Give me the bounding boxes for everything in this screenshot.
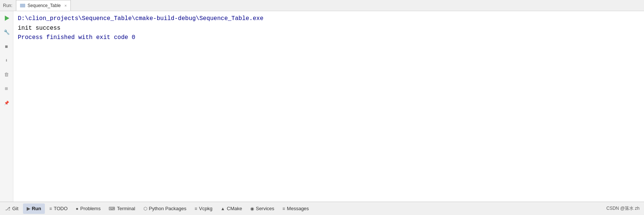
- trash-icon: [4, 72, 9, 78]
- bottom-tab-cmake-label: CMake: [227, 206, 242, 211]
- wrench-button[interactable]: [3, 28, 11, 36]
- tab-bar: Run: Sequence_Table ×: [0, 0, 644, 11]
- play-icon: [5, 16, 9, 21]
- wrench-icon: [4, 29, 10, 35]
- tab-title: Sequence_Table: [27, 3, 60, 8]
- bottom-tab-todo-label: TODO: [54, 206, 67, 211]
- bottom-tab-python-packages-label: Python Packages: [149, 206, 186, 211]
- trash-button[interactable]: [3, 71, 11, 79]
- bottom-tab-run[interactable]: ▶ Run: [23, 203, 45, 214]
- run-label: Run:: [3, 3, 12, 8]
- bottom-tab-todo[interactable]: ≡ TODO: [46, 203, 71, 214]
- run-icon: ▶: [27, 206, 30, 211]
- bottom-tab-terminal-label: Terminal: [117, 206, 135, 211]
- pin-button[interactable]: [3, 99, 11, 107]
- bottom-tab-messages[interactable]: ≡ Messages: [279, 203, 313, 214]
- python-packages-icon: ⬡: [143, 206, 147, 211]
- status-right: CSDN @落水 zh: [606, 205, 640, 212]
- main-area: D:\clion_projects\Sequence_Table\cmake-b…: [0, 11, 644, 202]
- console-line-exit: Process finished with exit code 0: [18, 33, 640, 43]
- bottom-tab-services-label: Services: [256, 206, 274, 211]
- stop-button[interactable]: [3, 42, 11, 51]
- messages-icon: ≡: [283, 206, 285, 211]
- layers-button[interactable]: [3, 85, 11, 93]
- stop-icon: [5, 43, 8, 49]
- bottom-tab-vcpkg-label: Vcpkg: [199, 206, 212, 211]
- bottom-tab-git-label: Git: [12, 206, 19, 211]
- bottom-tab-run-label: Run: [32, 206, 41, 211]
- bottom-tab-problems-label: Problems: [80, 206, 101, 211]
- run-button[interactable]: [3, 14, 11, 22]
- vcpkg-icon: ≡: [195, 206, 197, 211]
- bottom-tab-services[interactable]: ◉ Services: [247, 203, 278, 214]
- bottom-tab-git[interactable]: ⎇ Git: [1, 203, 22, 214]
- bottom-tab-vcpkg[interactable]: ≡ Vcpkg: [191, 203, 216, 214]
- left-toolbar: [0, 11, 13, 202]
- bottom-tab-cmake[interactable]: ▲ CMake: [217, 203, 246, 214]
- tab-close-button[interactable]: ×: [65, 3, 67, 8]
- bottom-bar: ⎇ Git ▶ Run ≡ TODO ● Problems ⌨ Terminal…: [0, 202, 644, 215]
- bottom-tab-messages-label: Messages: [287, 206, 309, 211]
- terminal-icon: ⌨: [109, 206, 115, 211]
- cmake-icon: ▲: [221, 206, 225, 211]
- git-icon: ⎇: [5, 206, 10, 211]
- bottom-tab-problems[interactable]: ● Problems: [72, 203, 104, 214]
- problems-icon: ●: [76, 206, 78, 211]
- tab-file-icon: [20, 4, 25, 7]
- console-line-path: D:\clion_projects\Sequence_Table\cmake-b…: [18, 14, 640, 24]
- services-icon: ◉: [250, 206, 254, 211]
- bottom-tab-terminal[interactable]: ⌨ Terminal: [105, 203, 139, 214]
- layers-icon: [5, 86, 8, 92]
- console-output: D:\clion_projects\Sequence_Table\cmake-b…: [13, 11, 644, 202]
- todo-icon: ≡: [49, 206, 52, 211]
- console-line-output: init success: [18, 24, 640, 33]
- download-button[interactable]: [3, 56, 11, 65]
- bottom-tab-python-packages[interactable]: ⬡ Python Packages: [140, 203, 190, 214]
- sequence-table-tab[interactable]: Sequence_Table ×: [16, 0, 71, 11]
- pin-icon: [4, 100, 9, 106]
- download-icon: [5, 58, 8, 63]
